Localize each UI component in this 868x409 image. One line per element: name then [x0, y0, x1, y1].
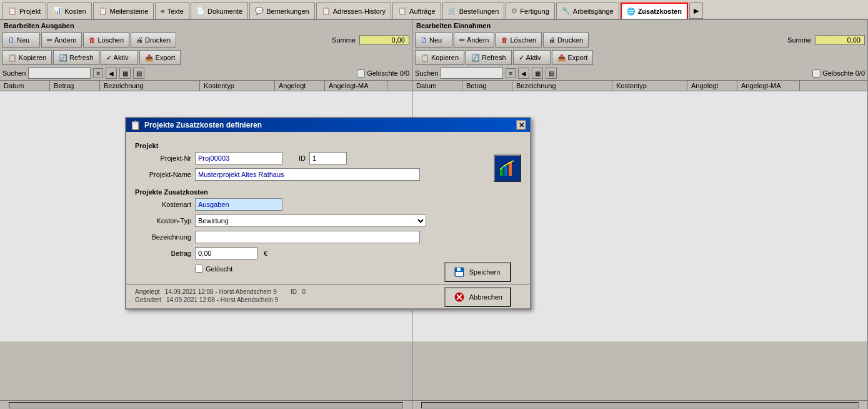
currency-symbol: €	[264, 250, 267, 257]
tab-dokumente-label: Dokumente	[207, 8, 242, 15]
modal-overlay: 📋 Projekte Zusatzkosten definieren ✕ Pro…	[0, 20, 868, 409]
id-footer-value: 0	[302, 288, 306, 295]
geaendert-value: 14.09.2021 12:08 - Horst Abendschein 9	[166, 296, 278, 303]
kosten-icon: 📊	[53, 7, 62, 15]
tab-arbeitsgaenge-label: Arbeitsgänge	[573, 8, 614, 15]
bemerkungen-icon: 💬	[255, 7, 264, 15]
speichern-button[interactable]: Speichern	[444, 262, 511, 282]
tab-fertigung[interactable]: ⚙ Fertigung	[506, 3, 554, 19]
kosten-typ-select[interactable]: Bewirtung Reisekosten Material Sonstiges	[195, 215, 426, 227]
svg-rect-2	[509, 162, 512, 176]
adressen-icon: 📋	[322, 7, 331, 15]
geloescht-checkbox[interactable]	[195, 265, 203, 273]
projekt-name-input[interactable]	[195, 168, 420, 181]
projekt-section-label: Projekt	[135, 142, 521, 149]
projekt-nr-row: Projekt-Nr ID	[135, 152, 481, 164]
tab-texte[interactable]: ≡ Texte	[155, 3, 189, 19]
kostenart-label: Kostenart	[135, 201, 191, 208]
projekt-icon: 📋	[8, 7, 17, 15]
svg-rect-4	[457, 268, 461, 271]
kosten-typ-row: Kosten-Typ Bewirtung Reisekosten Materia…	[135, 215, 521, 227]
id-input[interactable]	[309, 152, 347, 164]
bezeichnung-input[interactable]	[195, 231, 420, 243]
kostenart-input[interactable]	[195, 198, 282, 211]
tab-projekt[interactable]: 📋 Projekt	[2, 3, 46, 19]
geloescht-label: Gelöscht	[206, 265, 232, 273]
modal-title: Projekte Zusatzkosten definieren	[144, 121, 262, 129]
tab-zusatzkosten-label: Zusatzkosten	[638, 8, 682, 15]
speichern-icon	[453, 266, 466, 278]
id-footer-label: ID	[291, 288, 297, 295]
bezeichnung-label: Bezeichnung	[135, 233, 191, 241]
tab-zusatzkosten[interactable]: 🌐 Zusatzkosten	[621, 3, 688, 19]
tab-fertigung-label: Fertigung	[520, 8, 549, 15]
zusatzkosten-icon: 🌐	[627, 8, 636, 16]
fertigung-icon: ⚙	[511, 7, 517, 15]
kosten-typ-label: Kosten-Typ	[135, 217, 191, 225]
zusatzkosten-section-label: Projekte Zusatzkosten	[135, 188, 521, 196]
dokumente-icon: 📄	[196, 7, 205, 15]
speichern-label: Speichern	[469, 268, 501, 276]
projekt-name-label: Projekt-Name	[135, 171, 191, 178]
betrag-input[interactable]	[195, 247, 257, 260]
betrag-label: Betrag	[135, 250, 191, 257]
projekt-name-row: Projekt-Name	[135, 168, 481, 181]
tab-dokumente[interactable]: 📄 Dokumente	[191, 3, 248, 19]
projekt-nr-input[interactable]	[195, 152, 282, 164]
texte-icon: ≡	[161, 8, 164, 15]
tab-auftraege[interactable]: 📋 Aufträge	[392, 3, 441, 19]
bestellungen-icon: 🛒	[448, 7, 457, 15]
tab-scroll-right[interactable]: ▶	[689, 3, 703, 19]
modal-title-bar: 📋 Projekte Zusatzkosten definieren ✕	[126, 118, 530, 132]
angelegt-label: Angelegt	[135, 288, 159, 295]
meilensteine-icon: 📋	[99, 7, 107, 15]
kostenart-row: Kostenart	[135, 198, 521, 211]
tab-kosten-label: Kosten	[64, 8, 86, 15]
auftraege-icon: 📋	[398, 7, 407, 15]
abbrechen-button[interactable]: Abbrechen	[444, 287, 511, 307]
tab-kosten[interactable]: 📊 Kosten	[47, 3, 91, 19]
tab-bemerkungen-label: Bemerkungen	[266, 8, 309, 15]
tab-adressen-label: Adressen-History	[333, 8, 386, 15]
id-label: ID	[299, 154, 306, 162]
project-chart-button[interactable]	[494, 154, 521, 182]
angelegt-value: 14.09.2021 12:08 - Horst Abendschein 9	[165, 288, 277, 295]
tab-bemerkungen[interactable]: 💬 Bemerkungen	[249, 3, 315, 19]
tab-auftraege-label: Aufträge	[409, 8, 436, 15]
modal-dialog: 📋 Projekte Zusatzkosten definieren ✕ Pro…	[125, 117, 531, 310]
bezeichnung-row: Bezeichnung	[135, 231, 521, 243]
tab-adressen-history[interactable]: 📋 Adressen-History	[316, 3, 391, 19]
tab-arbeitsgaenge[interactable]: 🔧 Arbeitsgänge	[556, 3, 619, 19]
tab-bar: 📋 Projekt 📊 Kosten 📋 Meilensteine ≡ Text…	[0, 0, 868, 20]
svg-rect-5	[456, 272, 463, 276]
tab-texte-label: Texte	[167, 8, 184, 15]
betrag-row: Betrag €	[135, 247, 521, 260]
modal-body: Projekt Projekt-Nr ID Projekt-Name	[126, 132, 530, 284]
svg-rect-1	[504, 164, 507, 176]
tab-bestellungen-label: Bestellungen	[459, 8, 499, 15]
chart-icon	[499, 159, 516, 177]
tab-projekt-label: Projekt	[19, 8, 41, 15]
tab-bestellungen[interactable]: 🛒 Bestellungen	[442, 3, 505, 19]
geaendert-label: Geändert	[135, 296, 161, 303]
arbeitsgaenge-icon: 🔧	[562, 7, 571, 15]
abbrechen-icon	[453, 291, 466, 303]
modal-title-icon: 📋	[130, 120, 141, 130]
modal-close-button[interactable]: ✕	[516, 120, 526, 130]
tab-meilensteine[interactable]: 📋 Meilensteine	[93, 3, 154, 19]
abbrechen-label: Abbrechen	[469, 293, 502, 301]
tab-meilensteine-label: Meilensteine	[110, 8, 149, 15]
projekt-nr-label: Projekt-Nr	[135, 154, 191, 162]
